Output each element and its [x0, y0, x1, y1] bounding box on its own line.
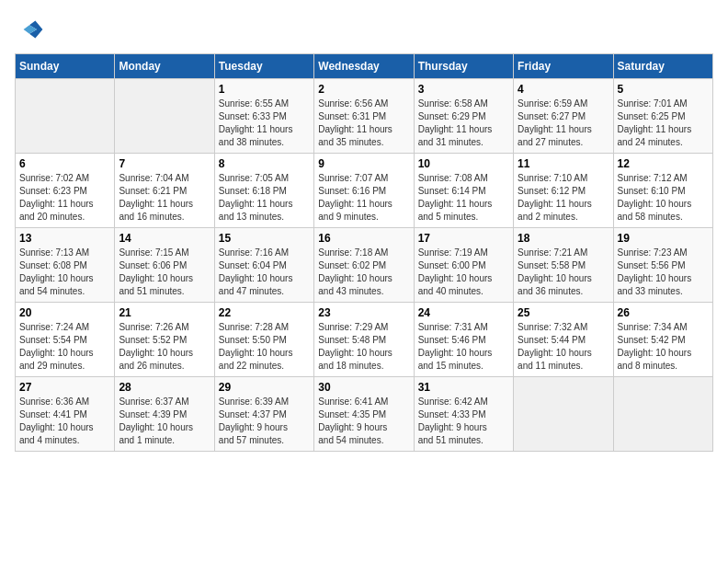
- day-info: Sunrise: 7:23 AM Sunset: 5:56 PM Dayligh…: [618, 247, 709, 298]
- day-cell: 22Sunrise: 7:28 AM Sunset: 5:50 PM Dayli…: [214, 303, 313, 377]
- day-cell: 17Sunrise: 7:19 AM Sunset: 6:00 PM Dayli…: [414, 228, 513, 303]
- day-cell: 4Sunrise: 6:59 AM Sunset: 6:27 PM Daylig…: [514, 79, 613, 154]
- day-number: 4: [518, 83, 609, 96]
- day-number: 18: [518, 232, 609, 245]
- day-info: Sunrise: 7:16 AM Sunset: 6:04 PM Dayligh…: [219, 247, 310, 298]
- day-cell: 11Sunrise: 7:10 AM Sunset: 6:12 PM Dayli…: [514, 154, 613, 228]
- day-info: Sunrise: 7:26 AM Sunset: 5:52 PM Dayligh…: [119, 321, 210, 373]
- calendar-body: 1Sunrise: 6:55 AM Sunset: 6:33 PM Daylig…: [16, 79, 713, 452]
- day-cell: 7Sunrise: 7:04 AM Sunset: 6:21 PM Daylig…: [115, 154, 214, 228]
- day-cell: 13Sunrise: 7:13 AM Sunset: 6:08 PM Dayli…: [16, 228, 115, 303]
- day-info: Sunrise: 7:01 AM Sunset: 6:25 PM Dayligh…: [618, 98, 709, 149]
- day-number: 21: [119, 306, 210, 319]
- day-number: 12: [618, 157, 709, 170]
- day-info: Sunrise: 6:55 AM Sunset: 6:33 PM Dayligh…: [219, 98, 310, 149]
- day-cell: 8Sunrise: 7:05 AM Sunset: 6:18 PM Daylig…: [214, 154, 313, 228]
- day-cell: 15Sunrise: 7:16 AM Sunset: 6:04 PM Dayli…: [214, 228, 313, 303]
- day-cell: 16Sunrise: 7:18 AM Sunset: 6:02 PM Dayli…: [314, 228, 414, 303]
- day-cell: 30Sunrise: 6:41 AM Sunset: 4:35 PM Dayli…: [314, 377, 414, 452]
- logo: [15, 15, 48, 44]
- day-info: Sunrise: 7:31 AM Sunset: 5:46 PM Dayligh…: [418, 321, 509, 373]
- day-cell: 3Sunrise: 6:58 AM Sunset: 6:29 PM Daylig…: [414, 79, 513, 154]
- day-number: 16: [318, 232, 409, 245]
- day-cell: 28Sunrise: 6:37 AM Sunset: 4:39 PM Dayli…: [115, 377, 214, 452]
- day-info: Sunrise: 6:37 AM Sunset: 4:39 PM Dayligh…: [119, 396, 210, 447]
- day-info: Sunrise: 7:05 AM Sunset: 6:18 PM Dayligh…: [219, 172, 310, 224]
- header-cell-sunday: Sunday: [16, 54, 115, 79]
- day-info: Sunrise: 7:12 AM Sunset: 6:10 PM Dayligh…: [618, 172, 709, 224]
- day-cell: 27Sunrise: 6:36 AM Sunset: 4:41 PM Dayli…: [16, 377, 115, 452]
- day-number: 7: [119, 157, 210, 170]
- day-cell: 9Sunrise: 7:07 AM Sunset: 6:16 PM Daylig…: [314, 154, 414, 228]
- header-cell-thursday: Thursday: [414, 54, 513, 79]
- day-number: 10: [418, 157, 509, 170]
- day-cell: [613, 377, 712, 452]
- day-cell: [115, 79, 214, 154]
- day-number: 8: [219, 157, 310, 170]
- day-info: Sunrise: 7:18 AM Sunset: 6:02 PM Dayligh…: [318, 247, 409, 298]
- header-cell-tuesday: Tuesday: [214, 54, 313, 79]
- week-row-4: 20Sunrise: 7:24 AM Sunset: 5:54 PM Dayli…: [16, 303, 713, 377]
- day-cell: 31Sunrise: 6:42 AM Sunset: 4:33 PM Dayli…: [414, 377, 513, 452]
- calendar-table: SundayMondayTuesdayWednesdayThursdayFrid…: [15, 53, 713, 452]
- day-cell: 1Sunrise: 6:55 AM Sunset: 6:33 PM Daylig…: [214, 79, 313, 154]
- day-cell: 25Sunrise: 7:32 AM Sunset: 5:44 PM Dayli…: [514, 303, 613, 377]
- day-cell: 14Sunrise: 7:15 AM Sunset: 6:06 PM Dayli…: [115, 228, 214, 303]
- day-info: Sunrise: 7:08 AM Sunset: 6:14 PM Dayligh…: [418, 172, 509, 224]
- day-info: Sunrise: 7:13 AM Sunset: 6:08 PM Dayligh…: [19, 247, 110, 298]
- header-row: SundayMondayTuesdayWednesdayThursdayFrid…: [16, 54, 713, 79]
- day-number: 17: [418, 232, 509, 245]
- day-info: Sunrise: 7:02 AM Sunset: 6:23 PM Dayligh…: [19, 172, 110, 224]
- header-cell-wednesday: Wednesday: [314, 54, 414, 79]
- day-number: 3: [418, 83, 509, 96]
- day-info: Sunrise: 7:15 AM Sunset: 6:06 PM Dayligh…: [119, 247, 210, 298]
- day-cell: 29Sunrise: 6:39 AM Sunset: 4:37 PM Dayli…: [214, 377, 313, 452]
- day-info: Sunrise: 7:24 AM Sunset: 5:54 PM Dayligh…: [19, 321, 110, 373]
- header-cell-friday: Friday: [514, 54, 613, 79]
- day-cell: 10Sunrise: 7:08 AM Sunset: 6:14 PM Dayli…: [414, 154, 513, 228]
- day-number: 24: [418, 306, 509, 319]
- day-info: Sunrise: 7:10 AM Sunset: 6:12 PM Dayligh…: [518, 172, 609, 224]
- day-info: Sunrise: 6:58 AM Sunset: 6:29 PM Dayligh…: [418, 98, 509, 149]
- day-info: Sunrise: 7:34 AM Sunset: 5:42 PM Dayligh…: [618, 321, 709, 373]
- day-info: Sunrise: 7:07 AM Sunset: 6:16 PM Dayligh…: [318, 172, 409, 224]
- day-cell: 18Sunrise: 7:21 AM Sunset: 5:58 PM Dayli…: [514, 228, 613, 303]
- day-number: 14: [119, 232, 210, 245]
- day-cell: 20Sunrise: 7:24 AM Sunset: 5:54 PM Dayli…: [16, 303, 115, 377]
- day-cell: 21Sunrise: 7:26 AM Sunset: 5:52 PM Dayli…: [115, 303, 214, 377]
- day-number: 29: [219, 381, 310, 394]
- day-cell: 5Sunrise: 7:01 AM Sunset: 6:25 PM Daylig…: [613, 79, 712, 154]
- day-info: Sunrise: 7:28 AM Sunset: 5:50 PM Dayligh…: [219, 321, 310, 373]
- day-number: 2: [318, 83, 409, 96]
- week-row-5: 27Sunrise: 6:36 AM Sunset: 4:41 PM Dayli…: [16, 377, 713, 452]
- day-cell: 26Sunrise: 7:34 AM Sunset: 5:42 PM Dayli…: [613, 303, 712, 377]
- day-cell: 6Sunrise: 7:02 AM Sunset: 6:23 PM Daylig…: [16, 154, 115, 228]
- day-cell: 2Sunrise: 6:56 AM Sunset: 6:31 PM Daylig…: [314, 79, 414, 154]
- day-number: 9: [318, 157, 409, 170]
- day-number: 13: [19, 232, 110, 245]
- day-info: Sunrise: 7:29 AM Sunset: 5:48 PM Dayligh…: [318, 321, 409, 373]
- day-cell: [514, 377, 613, 452]
- day-info: Sunrise: 6:59 AM Sunset: 6:27 PM Dayligh…: [518, 98, 609, 149]
- day-number: 27: [19, 381, 110, 394]
- day-cell: 24Sunrise: 7:31 AM Sunset: 5:46 PM Dayli…: [414, 303, 513, 377]
- day-cell: 23Sunrise: 7:29 AM Sunset: 5:48 PM Dayli…: [314, 303, 414, 377]
- day-number: 28: [119, 381, 210, 394]
- day-number: 22: [219, 306, 310, 319]
- week-row-1: 1Sunrise: 6:55 AM Sunset: 6:33 PM Daylig…: [16, 79, 713, 154]
- day-info: Sunrise: 7:32 AM Sunset: 5:44 PM Dayligh…: [518, 321, 609, 373]
- page-header: [15, 15, 713, 44]
- day-number: 1: [219, 83, 310, 96]
- day-info: Sunrise: 7:04 AM Sunset: 6:21 PM Dayligh…: [119, 172, 210, 224]
- day-number: 31: [418, 381, 509, 394]
- day-number: 23: [318, 306, 409, 319]
- day-info: Sunrise: 7:19 AM Sunset: 6:00 PM Dayligh…: [418, 247, 509, 298]
- day-number: 19: [618, 232, 709, 245]
- week-row-2: 6Sunrise: 7:02 AM Sunset: 6:23 PM Daylig…: [16, 154, 713, 228]
- day-info: Sunrise: 6:56 AM Sunset: 6:31 PM Dayligh…: [318, 98, 409, 149]
- day-number: 26: [618, 306, 709, 319]
- day-cell: 19Sunrise: 7:23 AM Sunset: 5:56 PM Dayli…: [613, 228, 712, 303]
- day-info: Sunrise: 6:36 AM Sunset: 4:41 PM Dayligh…: [19, 396, 110, 447]
- header-cell-monday: Monday: [115, 54, 214, 79]
- day-info: Sunrise: 7:21 AM Sunset: 5:58 PM Dayligh…: [518, 247, 609, 298]
